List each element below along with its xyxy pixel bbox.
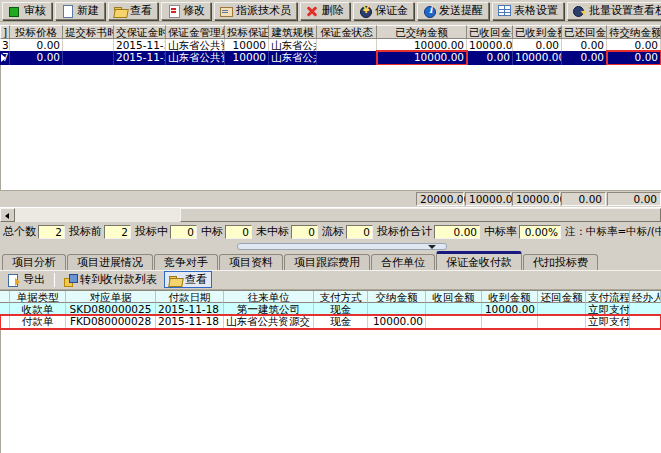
received-amount-cell [482,315,538,329]
deposit-unit-cell: 山东省公共资源交 [166,39,225,51]
goto-payment-list-button[interactable]: 转到收付款列表 [59,271,162,288]
column-header-related-doc[interactable]: 对应单据 [66,291,156,303]
deposit-time-cell: 2015-11-30 [114,39,166,51]
toolbar-separator [54,273,55,287]
bid-deposit-cell: 10000 [225,51,269,65]
audit-button-label: 审核 [24,3,46,18]
column-header-recovered-amount[interactable]: 收回金额 [426,291,482,303]
column-header-deposit-status[interactable]: 保证金状态 [317,25,377,39]
delete-button[interactable]: 删除 [300,2,350,20]
tab-project-progress[interactable]: 项目进展情况 [67,254,153,270]
column-header-returned-amount[interactable]: 已还回金额 [562,25,607,39]
new-button[interactable]: 新建 [55,2,105,20]
summary-value-field: 0 [225,225,252,239]
batch-permission-label: 批量设置查看权限 [589,3,661,18]
table-row-selected[interactable]: 7 0.00 2015-11-21 山东省公共资源交 10000 山东省公共资 … [0,51,661,65]
scroll-left-arrow[interactable] [0,208,15,222]
column-header-received-amount[interactable]: 收到金额 [482,291,538,303]
summary-label: 中标率 [484,224,517,239]
export-button[interactable]: 导出 [2,271,50,288]
summary-value-field: 0.00% [519,225,561,239]
tab-project-documents[interactable]: 项目资料 [219,254,283,270]
summary-value-field: 2 [38,225,65,239]
column-header-returned-amount[interactable]: 还回金额 [538,291,586,303]
column-header[interactable]: ] [0,25,10,39]
tab-partner-units[interactable]: 合作单位 [371,254,435,270]
payment-row-receipt[interactable]: 收款单 SKD080000025 2015-11-18 第一建筑公司 现金 10… [0,303,661,315]
bid-price-cell: 0.00 [10,51,63,65]
summary-label: 未中标 [256,224,289,239]
received-amount-cell: 0.00 [513,39,562,51]
summary-label: 投标前 [69,224,102,239]
win-rate-note: 注：中标率=中标/(中标+未中标) [565,225,661,239]
payment-method-cell: 现金 [314,303,368,315]
submit-time-cell [63,39,114,51]
modify-button[interactable]: 修改 [161,2,211,20]
tab-tracking-expenses[interactable]: 项目跟踪费用 [284,254,370,270]
summary-label: 总个数 [3,224,36,239]
column-header-deposit-unit[interactable]: 保证金管理单位 [166,25,225,39]
column-header-payment-method[interactable]: 支付方式 [314,291,368,303]
column-header-deposit-time[interactable]: 交保证金时间 [114,25,166,39]
tab-withheld-bid-fees[interactable]: 代扣投标费 [523,254,598,270]
column-header-recovered-amount[interactable]: 已收回金额 [467,25,513,39]
summary-not-won: 未中标0 [256,224,318,239]
assign-technician-label: 指派技术员 [236,3,291,18]
payments-table-empty-body [0,329,661,453]
summary-win-rate: 中标率0.00% [484,224,561,239]
summary-value-field: 0 [291,225,318,239]
column-header-handler[interactable]: 经办人 [630,291,661,303]
handler-cell [630,315,661,329]
column-header-submit-time[interactable]: 提交标书时间 [63,25,114,39]
main-toolbar: 审核 新建 查看 修改 指派技术员 删除 保证金 发送提醒 表格设置 批量设置查… [0,0,661,22]
row-indicator-cell [0,315,10,329]
column-header-payment-date[interactable]: 付款日期 [156,291,224,303]
scrollbar-thumb[interactable] [180,208,661,222]
tab-competitors[interactable]: 竞争对手 [154,254,218,270]
table-settings-button[interactable]: 表格设置 [492,2,564,20]
recovered-amount-cell [426,303,482,315]
batch-permission-button[interactable]: 批量设置查看权限 [567,2,661,20]
due-amount-cell: 0.00 [607,39,661,51]
payment-flow-cell: 立即支付 [586,303,630,315]
tab-deposit-payments-selected[interactable]: 保证金收付款 [436,251,522,270]
tab-project-analysis[interactable]: 项目分析 [2,254,66,270]
payment-row-payment-highlighted[interactable]: 付款单 FKD080000028 2015-11-18 山东省公共资源交 现金 … [0,315,661,329]
summary-bar: 总个数2 投标前2 投标中0 中标0 未中标0 流标0 投标价合计0.00 中标… [0,222,661,242]
view-button[interactable]: 查看 [108,2,158,20]
recovered-amount-cell: 10000.00 [467,39,513,51]
column-header-paid-amount[interactable]: 已交纳金额 [377,25,467,39]
deposit-button-label: 保证金 [375,3,408,18]
column-header-payment-flow[interactable]: 支付流程 [586,291,630,303]
view-payment-button[interactable]: 查看 [164,271,212,288]
assign-technician-button[interactable]: 指派技术员 [214,2,297,20]
column-header-doc-type[interactable]: 单据类型 [10,291,66,303]
scrollbar-track[interactable] [15,208,180,222]
pane-splitter-handle[interactable] [237,243,447,250]
total-recovered-amount: 10000.00 [465,192,511,206]
batch-permission-icon [573,5,586,17]
returned-amount-cell [538,315,586,329]
column-header-counterparty[interactable]: 往来单位 [224,291,314,303]
new-document-icon [61,5,74,17]
bid-deposit-cell: 10000 [225,39,269,51]
horizontal-scrollbar [0,207,661,222]
main-table-totals-row: 20000.00 10000.00 10000.00 0.00 0.00 [0,190,661,207]
table-row[interactable]: 3 0.00 2015-11-30 山东省公共资源交 10000 山东省公共资 … [0,39,661,51]
audit-button[interactable]: 审核 [2,2,52,20]
indicator-column [0,291,10,303]
recovered-amount-cell [426,315,482,329]
column-header-received-amount[interactable]: 已收到金额 [513,25,562,39]
assign-technician-icon [220,5,233,17]
deposit-unit-cell: 山东省公共资源交 [166,51,225,65]
deposit-button[interactable]: 保证金 [353,2,414,20]
column-header-due-amount[interactable]: 待交纳金额 [607,25,661,39]
send-reminder-button[interactable]: 发送提醒 [417,2,489,20]
column-header-building-scale[interactable]: 建筑规模 [269,25,317,39]
column-header-paid-amount[interactable]: 交纳金额 [368,291,426,303]
column-header-bid-price[interactable]: 投标价格 [10,25,63,39]
summary-value-field: 0.00 [434,225,480,239]
summary-bidding: 投标中0 [135,224,197,239]
submit-time-cell [63,51,114,65]
column-header-bid-deposit[interactable]: 投标保证金 [225,25,269,39]
